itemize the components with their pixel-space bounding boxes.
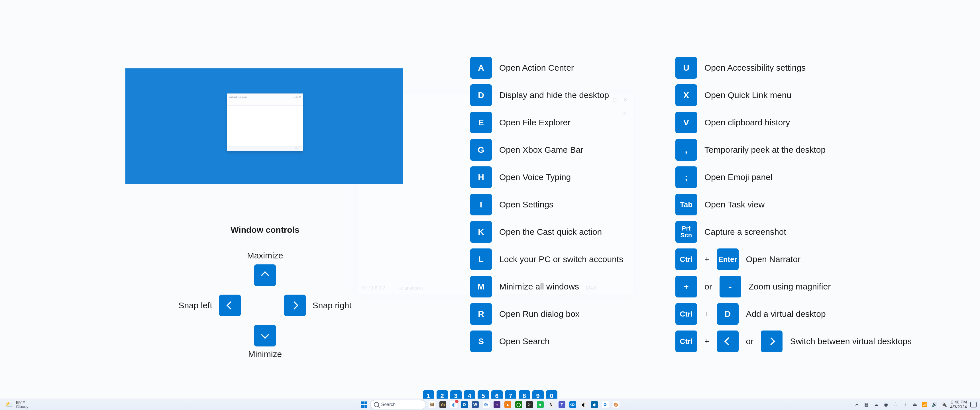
notification-center[interactable] [970,401,977,408]
key-A[interactable]: A [470,57,492,79]
key-V[interactable]: V [675,112,697,133]
shortcut-row: VOpen clipboard history [675,112,912,133]
wifi-icon[interactable]: 📶 [921,401,928,408]
key-arrow-left[interactable] [717,331,739,352]
taskbar-app-store[interactable]: 🛍 [481,400,491,410]
taskbar-app-vlc[interactable]: ▲ [503,400,513,410]
shortcut-desc: Open Search [499,337,550,346]
taskbar-app-vscode[interactable]: ◆ [590,400,599,410]
taskbar-app-spotify[interactable]: ● [535,400,545,410]
key-U[interactable]: U [675,57,697,79]
key-PrtScn[interactable]: PrtScn [675,221,697,243]
key-E[interactable]: E [470,112,492,133]
terminal-icon: > [526,401,533,408]
volume-icon[interactable]: 🔊 [931,401,938,408]
defender-icon[interactable]: 🛡 [892,401,899,408]
taskbar-app-paint[interactable]: 🎨 [611,400,621,410]
taskbar-app-picture-app[interactable]: 🖼 [427,400,437,410]
shortcut-row: +or-Zoom using magnifier [675,276,912,297]
eject-icon[interactable]: ⏏ [912,401,918,408]
taskbar-app-vscode-dev[interactable]: </> [568,400,578,410]
taskbar-app-file-explorer[interactable]: 🗀 [438,400,448,410]
weather-desc: Cloudy [16,405,29,408]
key-Tab[interactable]: Tab [675,194,697,215]
taskbar-search[interactable]: Search [370,400,426,409]
taskbar-app-edge-browser[interactable]: ◎ [449,400,458,410]
taskbar-app-word[interactable]: W [471,400,480,410]
mini-window-toolbar [227,100,302,106]
key-M[interactable]: M [470,276,492,297]
onedrive-icon[interactable]: ☁ [873,401,880,408]
key-D[interactable]: D [717,303,739,325]
shortcut-desc: Open Task view [705,200,765,210]
key-Ctrl[interactable]: Ctrl [675,303,697,325]
key-G[interactable]: G [470,139,492,161]
key-Enter[interactable]: Enter [717,248,739,270]
battery-icon[interactable]: ▦ [863,401,870,408]
shortcut-desc: Open Voice Typing [499,172,571,182]
snap-left-key[interactable] [219,295,241,316]
key-H[interactable]: H [470,166,492,188]
shortcut-desc: Capture a screenshot [705,227,786,237]
shortcut-desc: Lock your PC or switch accounts [499,254,623,264]
key-Ctrl[interactable]: Ctrl [675,248,697,270]
key-Ctrl[interactable]: Ctrl [675,331,697,352]
snap-right-key[interactable] [284,295,306,316]
arrow-right-icon [290,302,298,310]
vscode-dev-icon: </> [570,401,576,408]
taskbar-app-outlook[interactable]: O [460,400,469,410]
taskbar-app-dev-home[interactable]: ⌂ [492,400,502,410]
power-icon[interactable]: 🔌 [941,401,948,408]
taskbar-app-github[interactable]: ◐ [579,400,589,410]
maximize-key[interactable] [254,264,276,286]
taskbar-app-teams[interactable]: T [557,400,567,410]
key-joiner: or [705,282,712,291]
shortcut-row: AOpen Action Center [470,57,623,79]
shortcut-row: KOpen the Cast quick action [470,221,623,243]
taskbar-app-terminal[interactable]: > [525,400,534,410]
bluetooth-icon[interactable]: ᚼ [902,401,909,408]
start-button[interactable] [360,400,369,410]
key-;[interactable]: ; [675,166,697,188]
arrow-left-icon [724,337,732,345]
key-joiner: + [705,337,710,346]
key-S[interactable]: S [470,331,492,352]
shortcut-row: ,Temporarily peek at the desktop [675,139,912,161]
taskbar-clock[interactable]: 2:40 PM 4/3/2024 [950,400,967,409]
weather-widget[interactable]: ⛅ 55°F Cloudy [0,399,33,410]
windows-logo-icon [361,402,368,408]
mini-window-status: ⎘↔ [227,146,302,151]
key-K[interactable]: K [470,221,492,243]
maximize-label: Maximize [177,251,353,261]
key-arrow-right[interactable] [761,331,783,352]
taskbar-app-notion[interactable]: N [546,400,556,410]
settings-icon: ⚙ [602,401,609,408]
demo-thumbnail[interactable]: Untitled - Notepad ― ☐ ✕ ⎘↔ [126,68,402,184]
file-explorer-icon: 🗀 [439,401,446,408]
key--[interactable]: - [719,276,741,297]
taskbar-app-settings[interactable]: ⚙ [600,400,610,410]
shortcut-row: Ctrl+DAdd a virtual desktop [675,303,912,325]
shortcut-row: ;Open Emoji panel [675,166,912,188]
teams-tray-icon[interactable]: ◉ [883,401,889,408]
shortcut-row: IOpen Settings [470,194,623,215]
teams-icon: T [558,401,565,408]
key-,[interactable]: , [675,139,697,161]
key-D[interactable]: D [470,84,492,106]
key-I[interactable]: I [470,194,492,215]
shortcut-row: XOpen Quick Link menu [675,84,912,106]
minimize-key[interactable] [254,325,276,346]
shortcut-desc: Open clipboard history [705,118,790,127]
mini-window-body [227,106,302,146]
taskbar-app-xbox[interactable]: ◯ [514,400,523,410]
key-R[interactable]: R [470,303,492,325]
paint-icon: 🎨 [612,401,619,408]
key-+[interactable]: + [675,276,697,297]
shortcut-desc: Open Accessibility settings [705,63,806,73]
shortcuts-column-left: AOpen Action CenterDDisplay and hide the… [470,57,623,358]
shortcut-desc: Open Emoji panel [705,172,772,182]
shortcut-row: GOpen Xbox Game Bar [470,139,623,161]
key-L[interactable]: L [470,248,492,270]
overflow-chevron[interactable] [853,401,860,408]
key-X[interactable]: X [675,84,697,106]
